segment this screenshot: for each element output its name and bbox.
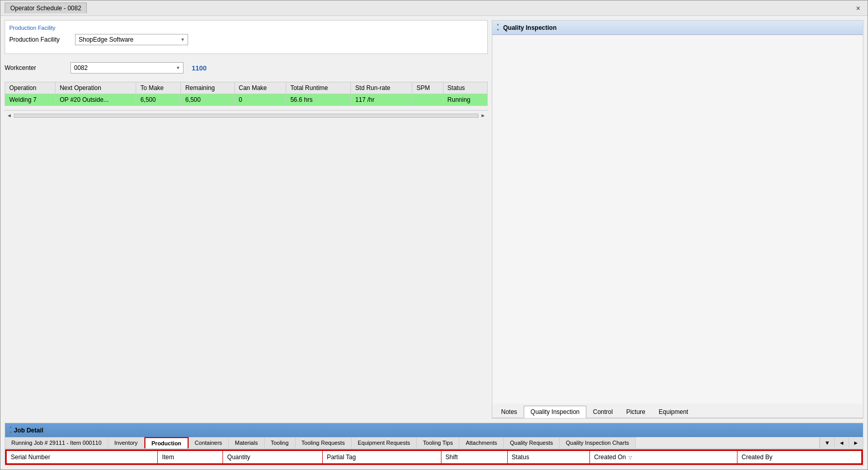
left-panel: Production Facility Production Facility … (5, 20, 488, 419)
col-total-runtime: Total Runtime (286, 82, 350, 94)
scroll-left-arrow[interactable]: ◄ (7, 113, 12, 118)
right-panel: ⁚ Quality Inspection Notes Quality Inspe… (492, 20, 863, 419)
scroll-right-arrow[interactable]: ► (481, 113, 486, 118)
col-created-on: Created On ▽ (589, 451, 737, 464)
production-facility-section: Production Facility Production Facility … (5, 20, 488, 54)
job-tabs-bar: Running Job # 29111 - Item 000110 Invent… (5, 437, 863, 449)
col-remaining: Remaining (181, 82, 234, 94)
col-can-make: Can Make (234, 82, 286, 94)
col-shift: Shift (441, 451, 507, 464)
workcenter-label: Workcenter (5, 64, 66, 71)
cell-remaining: 6,500 (181, 94, 234, 106)
job-detail-header: ⁚ Job Detail (5, 423, 863, 437)
operations-header-row: Operation Next Operation To Make Remaini… (5, 82, 488, 94)
job-detail-dots: ⁚ (9, 425, 12, 435)
cell-std-run-rate: 117 /hr (351, 94, 412, 106)
tab-equipment-requests[interactable]: Equipment Requests (352, 437, 417, 448)
col-quantity: Quantity (223, 451, 323, 464)
scroll-track[interactable] (14, 114, 478, 118)
workcenter-select[interactable]: 0082 (70, 62, 183, 74)
col-partial-tag: Partial Tag (322, 451, 441, 464)
facility-select[interactable]: ShopEdge Software (75, 34, 188, 45)
tab-attachments[interactable]: Attachments (459, 437, 504, 448)
tab-quality-inspection-charts[interactable]: Quality Inspection Charts (560, 437, 636, 448)
tab-notes[interactable]: Notes (494, 406, 524, 418)
production-table: Serial Number Item Quantity Partial Tag … (6, 450, 862, 464)
facility-field-label: Production Facility (9, 36, 71, 43)
cell-total-runtime: 56.6 hrs (286, 94, 350, 106)
cell-operation: Welding 7 (5, 94, 56, 106)
tab-production[interactable]: Production (144, 437, 189, 448)
col-serial-number: Serial Number (7, 451, 158, 464)
tab-nav-next[interactable]: ► (848, 438, 863, 448)
title-bar-left: Operator Schedule - 0082 (5, 3, 87, 13)
tab-tooling[interactable]: Tooling (265, 437, 296, 448)
col-operation: Operation (5, 82, 56, 94)
tab-equipment[interactable]: Equipment (652, 406, 695, 418)
col-spm: SPM (412, 82, 443, 94)
workcenter-code: 1100 (192, 64, 207, 72)
main-window: Operator Schedule - 0082 × Production Fa… (0, 0, 868, 470)
job-detail-section: ⁚ Job Detail Running Job # 29111 - Item … (5, 423, 863, 465)
tab-materials[interactable]: Materials (229, 437, 265, 448)
tab-control[interactable]: Control (586, 406, 620, 418)
tab-tooling-tips[interactable]: Tooling Tips (417, 437, 459, 448)
col-status: Status (507, 451, 589, 464)
facility-form-row: Production Facility ShopEdge Software (9, 34, 483, 45)
facility-select-wrapper: ShopEdge Software (75, 34, 188, 45)
cell-spm (412, 94, 443, 106)
scrollbar-area: ◄ ► (5, 110, 488, 120)
cell-status: Running (443, 94, 487, 106)
main-content: Production Facility Production Facility … (1, 16, 867, 423)
operations-table: Operation Next Operation To Make Remaini… (5, 82, 488, 106)
col-next-operation: Next Operation (56, 82, 136, 94)
operations-table-container: Operation Next Operation To Make Remaini… (5, 82, 488, 106)
quality-inspection-content (492, 35, 863, 404)
tab-tooling-requests[interactable]: Tooling Requests (296, 437, 352, 448)
tab-nav-prev[interactable]: ◄ (834, 438, 848, 448)
close-button[interactable]: × (853, 4, 863, 12)
col-std-run-rate: Std Run-rate (351, 82, 412, 94)
quality-inspection-box: ⁚ Quality Inspection Notes Quality Inspe… (492, 20, 863, 419)
col-item: Item (158, 451, 223, 464)
workcenter-select-wrapper: 0082 (70, 62, 183, 74)
table-row[interactable]: Welding 7 OP #20 Outside... 6,500 6,500 … (5, 94, 488, 106)
production-facility-label: Production Facility (9, 25, 483, 31)
quality-tabs-bar: Notes Quality Inspection Control Picture… (492, 404, 863, 418)
tab-quality-inspection[interactable]: Quality Inspection (524, 406, 586, 418)
cell-can-make: 0 (234, 94, 286, 106)
job-detail-title: Job Detail (14, 427, 43, 434)
col-to-make: To Make (136, 82, 181, 94)
tab-containers[interactable]: Containers (189, 437, 229, 448)
header-dots: ⁚ (496, 23, 499, 32)
tab-running-job[interactable]: Running Job # 29111 - Item 000110 (5, 437, 108, 448)
tab-inventory[interactable]: Inventory (108, 437, 144, 448)
tab-nav-buttons: ▼ ◄ ► (819, 437, 863, 448)
cell-next-operation: OP #20 Outside... (56, 94, 136, 106)
quality-inspection-header: ⁚ Quality Inspection (492, 21, 863, 35)
tab-quality-requests[interactable]: Quality Requests (504, 437, 560, 448)
title-bar: Operator Schedule - 0082 × (1, 1, 867, 16)
workcenter-row: Workcenter 0082 1100 (5, 62, 488, 74)
col-status: Status (443, 82, 487, 94)
cell-to-make: 6,500 (136, 94, 181, 106)
title-tab[interactable]: Operator Schedule - 0082 (5, 3, 87, 13)
col-created-by: Created By (737, 451, 861, 464)
production-header-row: Serial Number Item Quantity Partial Tag … (7, 451, 862, 464)
tab-picture[interactable]: Picture (619, 406, 652, 418)
sort-icon-created-on: ▽ (629, 455, 632, 460)
tab-nav-dropdown[interactable]: ▼ (820, 438, 834, 448)
production-table-wrapper: Serial Number Item Quantity Partial Tag … (5, 449, 863, 465)
quality-inspection-title: Quality Inspection (503, 24, 557, 31)
